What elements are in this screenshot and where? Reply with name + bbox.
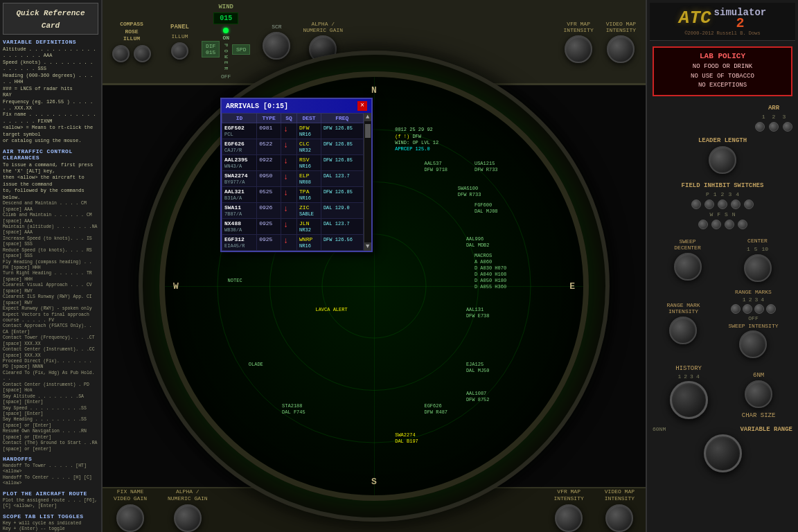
row1-sq: 0981 [257, 123, 281, 139]
range-mark-intensity-knob[interactable] [669, 317, 697, 344]
arrival-row-7: NX488WB30/A 0925 ↓ JLNNR32 DAL 123.7 [222, 219, 364, 235]
rn-3: 3 [754, 296, 758, 303]
row8-id: EGF312EIA45/R [222, 235, 257, 251]
center-label: CENTER [747, 238, 768, 244]
rn-2: 2 [749, 296, 752, 303]
vfr-bottom-knob[interactable] [555, 504, 583, 532]
alpha-bottom-knob[interactable] [174, 504, 202, 532]
radar-bezel: N S E W 0812 25 29 92(f !) DFWWIND: OP L… [139, 51, 610, 522]
video-bottom-group: VIDEO MAPINTENSITY [605, 488, 635, 531]
arr-label: ARR [768, 105, 779, 112]
history-knob[interactable] [670, 381, 708, 419]
wind-controls: WIND 015 DIF015 ON P O W E R SPD OFF [202, 3, 250, 80]
scroll-down-btn[interactable]: ▼ [364, 242, 371, 251]
field-knob-3[interactable] [731, 200, 741, 209]
traffic-label-8: AAL996DAL MDB2 [466, 236, 490, 249]
lab-policy-line-2: NO USE OF TOBACCO [659, 72, 786, 82]
row8-arrow: ↓ [281, 235, 297, 251]
scroll-up-btn[interactable]: ▲ [364, 113, 371, 121]
arr-knobs [755, 122, 792, 132]
traffic-label-3: AAL537DFW 9718 [424, 161, 447, 173]
vfr-knob[interactable] [565, 35, 592, 63]
col-dest: DEST [297, 114, 321, 123]
c-num-1: 1 [747, 246, 750, 252]
char-knob-small[interactable] [745, 380, 772, 408]
row7-dest: JLNNR32 [297, 219, 321, 235]
arr-num-3: 3 [782, 114, 786, 120]
sweep-intensity-label: SWEEP INTENSITY [728, 323, 778, 329]
video-map-label: VIDEO MAPINTENSITY [606, 21, 636, 33]
arrivals-header-row: ID TYPE SQ DEST FREQ [222, 114, 364, 123]
fix-name-knob[interactable] [116, 504, 144, 532]
range-knob-1[interactable] [731, 304, 741, 314]
range-mark-section: RANGE MARK INTENSITY RANGE MARKS 1 2 3 4 [650, 287, 795, 360]
vfr-bottom-group: VFR MAPINTENSITY [554, 488, 584, 531]
col-id: ID [222, 114, 257, 123]
arr-knob-3[interactable] [783, 122, 792, 132]
atc-2-text: 2 [714, 18, 767, 29]
compass-rose-knob-1[interactable] [112, 45, 130, 62]
history-group: HISTORY 1 2 3 4 [670, 365, 708, 419]
arrival-row-1: EGF502PCL 0981 ↓ DFWNR16 DFW 126.85 [222, 123, 364, 139]
row1-id: EGF502PCL [222, 123, 257, 139]
arrivals-window[interactable]: ARRIVALS [0:15] × ID TYPE SQ [220, 98, 373, 252]
col-squawk: SQ [281, 114, 297, 123]
arrivals-scrollbar[interactable]: ▲ ▼ [364, 113, 371, 251]
row4-arrow: ↓ [281, 171, 297, 187]
arrivals-content: ID TYPE SQ DEST FREQ EGF502P [222, 113, 371, 251]
sweep-intensity-knob[interactable] [739, 330, 767, 358]
video-bottom-knob[interactable] [605, 504, 633, 532]
compass-east: E [569, 281, 575, 292]
compass-north: N [371, 85, 377, 96]
row5-sq: 0525 [257, 187, 281, 203]
traffic-label-14: AAL1087DFW 8752 [466, 391, 490, 403]
arrivals-close-btn[interactable]: × [357, 101, 367, 111]
range-marks-label: RANGE MARKS [735, 289, 772, 295]
row1-arrow: ↓ [281, 123, 297, 139]
atc-logo-area: ATC simulator 2 ©2000-2012 Russell B. Do… [650, 3, 795, 41]
arrival-row-2: EGF626CAJ7/R 0522 ↓ CLCNR32 DFW 126.85 [222, 139, 364, 155]
spd-btn[interactable]: SPD [232, 44, 250, 55]
variable-range-knob[interactable] [704, 434, 742, 472]
sweep-decenter-knob[interactable] [674, 253, 702, 281]
field-knob-2[interactable] [718, 200, 727, 209]
radar-circle[interactable]: N S E W 0812 25 29 92(f !) DFWWIND: OP L… [159, 71, 589, 501]
wind-label: WIND [218, 3, 233, 10]
field-knob-w[interactable] [698, 220, 708, 229]
row4-sq: 0950 [257, 171, 281, 187]
arr-knob-2[interactable] [769, 122, 779, 132]
range-knob-2[interactable] [743, 304, 752, 314]
field-knob-f[interactable] [711, 220, 721, 229]
row7-id: NX488WB30/A [222, 219, 257, 235]
center-knob[interactable] [744, 254, 772, 282]
row7-sq: 0925 [257, 219, 281, 235]
panel-illum-knob[interactable] [171, 42, 188, 60]
sweep-decenter-group: SWEEP DECENTER [674, 238, 702, 281]
fn-4: 4 [736, 191, 739, 197]
leader-knob[interactable] [709, 146, 736, 174]
dif-btn[interactable]: DIF015 [202, 41, 220, 57]
scope-area[interactable]: N S E W 0812 25 29 92(f !) DFWWIND: OP L… [103, 85, 646, 487]
field-knob-s[interactable] [725, 220, 734, 229]
scr-knob[interactable] [263, 32, 290, 60]
field-knob-4[interactable] [744, 200, 754, 209]
scroll-track[interactable] [364, 121, 371, 242]
video-map-knob[interactable] [607, 35, 635, 63]
field-knob-1[interactable] [704, 200, 714, 209]
field-knob-n[interactable] [738, 220, 747, 229]
arr-numbers: 1 2 3 [762, 114, 786, 120]
range-knob-4[interactable] [766, 304, 776, 314]
traffic-label-13: SWA2274DAL B197 [395, 432, 418, 445]
arrivals-titlebar[interactable]: ARRIVALS [0:15] × [222, 99, 371, 113]
qrc-title-box: Quick Reference Card [3, 3, 98, 35]
traffic-label-macros: MACROSA A060D A030 H070D A040 H108D A050… [475, 253, 506, 291]
hn-4: 4 [696, 373, 700, 380]
row3-dest: RSVNR16 [297, 155, 321, 171]
row2-sq: 0522 [257, 139, 281, 155]
on-label: ON [222, 35, 229, 41]
arr-knob-1[interactable] [755, 122, 765, 132]
row7-freq: DAL 123.7 [321, 219, 363, 235]
field-knob-p[interactable] [691, 200, 701, 209]
compass-rose-knob-2[interactable] [134, 45, 151, 62]
range-knob-3[interactable] [754, 304, 764, 314]
